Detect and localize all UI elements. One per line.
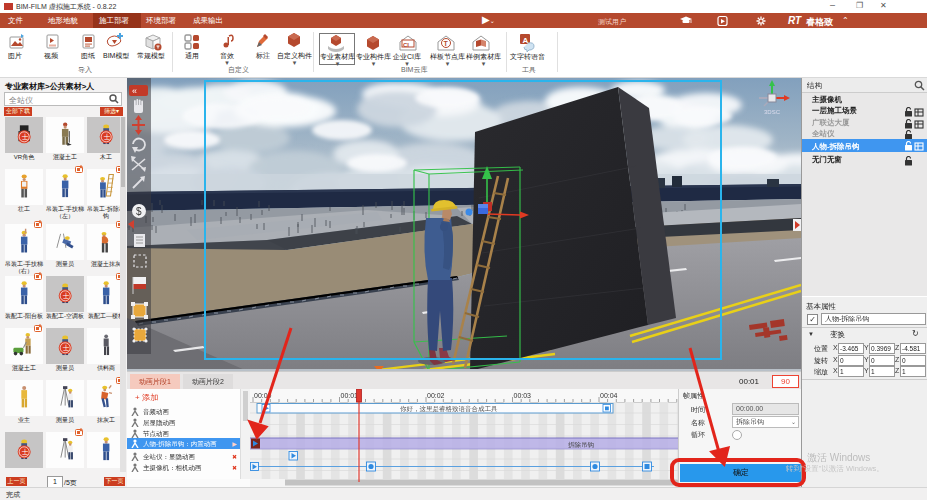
svg-text:T: T [444, 40, 449, 47]
svg-text:士: 士 [63, 344, 70, 351]
svg-text:士: 士 [63, 292, 70, 299]
svg-text:士: 士 [22, 448, 29, 455]
svg-text:00:00: 00:00 [254, 392, 272, 399]
svg-text:士: 士 [104, 133, 111, 140]
svg-text:00:03: 00:03 [514, 392, 532, 399]
svg-text:00:04: 00:04 [600, 392, 618, 399]
svg-text:CI: CI [403, 42, 409, 48]
svg-text:你好，这里是睿格致语音合成工具: 你好，这里是睿格致语音合成工具 [400, 405, 498, 413]
svg-text:«: « [132, 86, 137, 96]
svg-text:00:01: 00:01 [341, 392, 359, 399]
svg-text:00:02: 00:02 [427, 392, 445, 399]
svg-text:A: A [523, 36, 529, 45]
svg-text:$: $ [136, 206, 142, 217]
svg-text:士: 士 [22, 133, 29, 140]
svg-text:3DSC: 3DSC [764, 109, 781, 115]
svg-text:拆除吊钩: 拆除吊钩 [567, 441, 594, 449]
